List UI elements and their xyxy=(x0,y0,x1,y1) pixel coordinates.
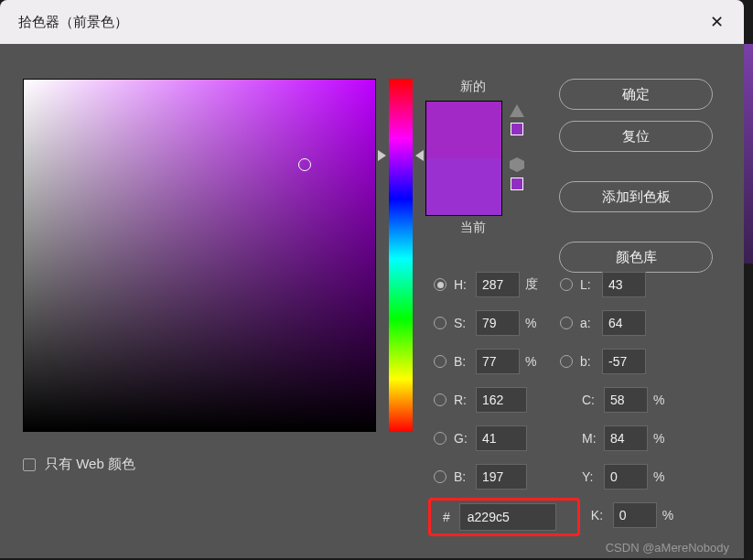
web-only-label: 只有 Web 颜色 xyxy=(45,456,135,473)
background-gradient xyxy=(744,44,753,264)
swatches-row xyxy=(425,101,544,216)
add-swatch-button[interactable]: 添加到色板 xyxy=(559,181,713,212)
l-label: L: xyxy=(580,277,602,292)
b-hsb-unit: % xyxy=(525,354,547,369)
k-input[interactable] xyxy=(613,502,657,528)
y-label: Y: xyxy=(582,469,604,484)
color-inputs-area: H: 度 L: S: % a: B: % xyxy=(434,265,736,534)
a-input[interactable] xyxy=(602,310,646,336)
current-color-label: 当前 xyxy=(460,220,544,236)
new-color-label: 新的 xyxy=(460,79,544,95)
b-lab-radio[interactable] xyxy=(560,355,573,368)
current-color-swatch[interactable] xyxy=(426,158,501,215)
b-lab-label: b: xyxy=(580,354,602,369)
websafe-swatch[interactable] xyxy=(511,178,523,190)
a-radio[interactable] xyxy=(560,317,573,329)
b-rgb-radio[interactable] xyxy=(434,470,446,483)
reset-button[interactable]: 复位 xyxy=(559,121,713,152)
gamut-swatch[interactable] xyxy=(511,123,523,135)
r-input[interactable] xyxy=(476,387,527,413)
r-label: R: xyxy=(454,393,476,407)
s-input[interactable] xyxy=(476,310,520,336)
s-radio[interactable] xyxy=(434,317,446,329)
r-radio[interactable] xyxy=(434,393,446,406)
hex-input[interactable] xyxy=(459,503,556,531)
watermark: CSDN @aMereNobody xyxy=(606,541,729,555)
b-lab-input[interactable] xyxy=(602,349,646,374)
s-row: S: % a: xyxy=(434,304,736,342)
b-hsb-input[interactable] xyxy=(476,349,520,374)
h-row: H: 度 L: xyxy=(434,265,736,304)
m-input[interactable] xyxy=(604,425,648,451)
h-input[interactable] xyxy=(476,272,520,297)
saturation-brightness-field[interactable] xyxy=(23,79,376,432)
k-unit: % xyxy=(662,508,684,522)
s-unit: % xyxy=(525,316,547,330)
c-unit: % xyxy=(653,393,675,407)
b-rgb-input[interactable] xyxy=(476,464,527,490)
hue-arrow-right-icon[interactable] xyxy=(415,150,424,161)
g-row: G: M: % xyxy=(434,419,736,458)
g-label: G: xyxy=(454,431,476,446)
k-label: K: xyxy=(591,508,613,522)
s-label: S: xyxy=(454,316,476,330)
m-unit: % xyxy=(653,431,675,446)
y-input[interactable] xyxy=(604,464,648,490)
a-label: a: xyxy=(580,316,602,330)
color-swatch-stack xyxy=(425,101,502,216)
l-radio[interactable] xyxy=(560,278,573,291)
c-input[interactable] xyxy=(604,387,648,413)
hue-arrow-left-icon[interactable] xyxy=(378,150,386,161)
g-input[interactable] xyxy=(476,425,527,451)
dialog-title: 拾色器（前景色） xyxy=(18,14,128,31)
new-color-swatch[interactable] xyxy=(426,102,501,158)
b-rgb-label: B: xyxy=(454,469,476,484)
hex-row: # xyxy=(434,503,556,531)
b-hsb-row: B: % b: xyxy=(434,342,736,381)
titlebar[interactable]: 拾色器（前景色） ✕ xyxy=(0,0,744,44)
ok-button[interactable]: 确定 xyxy=(559,79,713,110)
hue-slider[interactable] xyxy=(389,79,413,432)
close-icon[interactable]: ✕ xyxy=(707,12,726,32)
g-radio[interactable] xyxy=(434,432,446,445)
y-unit: % xyxy=(653,469,675,484)
gamut-warning-icon[interactable] xyxy=(510,104,524,117)
hue-column xyxy=(389,79,413,473)
h-label: H: xyxy=(454,277,476,292)
hex-hash: # xyxy=(443,510,450,524)
cube-icon[interactable] xyxy=(510,157,524,172)
color-picker-cursor[interactable] xyxy=(298,158,311,171)
h-radio[interactable] xyxy=(434,278,446,291)
b-hsb-radio[interactable] xyxy=(434,355,446,368)
warning-column xyxy=(510,101,524,216)
l-input[interactable] xyxy=(602,272,646,297)
r-row: R: C: % xyxy=(434,381,736,419)
m-label: M: xyxy=(582,431,604,446)
h-unit: 度 xyxy=(525,276,547,293)
b-rgb-row: B: Y: % xyxy=(434,458,736,496)
color-picker-dialog: 拾色器（前景色） ✕ 只有 Web 颜色 新的 xyxy=(0,0,744,558)
b-hsb-label: B: xyxy=(454,354,476,369)
web-only-checkbox[interactable] xyxy=(23,458,36,471)
hex-k-row: # K: % xyxy=(434,496,736,534)
left-column: 只有 Web 颜色 xyxy=(23,79,376,473)
web-only-row: 只有 Web 颜色 xyxy=(23,456,376,473)
c-label: C: xyxy=(582,393,604,407)
